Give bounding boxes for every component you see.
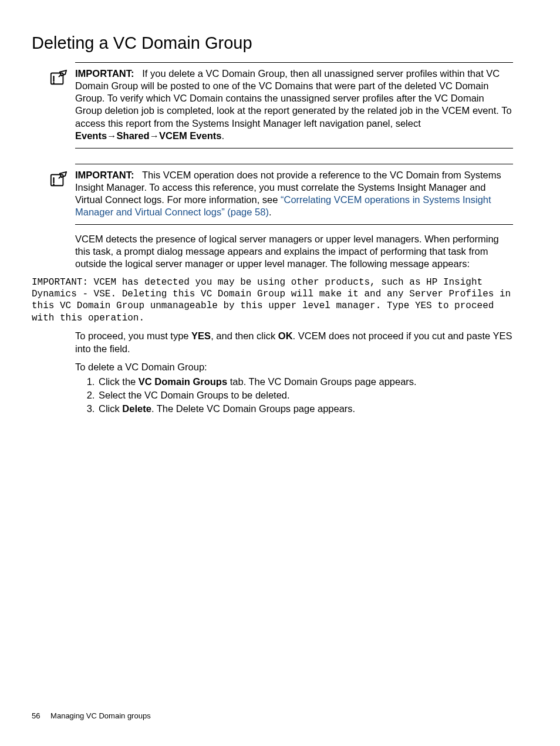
body-paragraph: To delete a VC Domain Group: xyxy=(75,361,513,373)
list-item: Select the VC Domain Groups to be delete… xyxy=(97,389,513,401)
ordered-steps: Click the VC Domain Groups tab. The VC D… xyxy=(75,376,513,415)
important-icon xyxy=(49,69,67,86)
svg-point-2 xyxy=(53,82,55,84)
list-item: Click Delete. The Delete VC Domain Group… xyxy=(97,403,513,415)
page-title: Deleting a VC Domain Group xyxy=(32,32,513,54)
breadcrumb: Events→Shared→VCEM Events xyxy=(75,130,221,141)
page-footer: 56 Managing VC Domain groups xyxy=(32,711,151,721)
important-label: IMPORTANT: xyxy=(75,68,134,79)
body-paragraph: To proceed, you must type YES, and then … xyxy=(75,330,513,355)
divider xyxy=(75,62,513,63)
important-icon xyxy=(49,170,67,188)
divider xyxy=(75,164,513,164)
svg-line-7 xyxy=(59,176,61,178)
divider xyxy=(75,148,513,148)
console-message: IMPORTANT: VCEM has detected you may be … xyxy=(32,276,513,325)
svg-line-3 xyxy=(59,75,61,77)
divider xyxy=(75,224,513,225)
body-paragraph: VCEM detects the presence of logical ser… xyxy=(75,233,513,270)
important-callout-1: IMPORTANT: If you delete a VC Domain Gro… xyxy=(49,67,513,142)
list-item: Click the VC Domain Groups tab. The VC D… xyxy=(97,376,513,388)
svg-point-6 xyxy=(53,184,55,185)
important-callout-2: IMPORTANT: This VCEM operation does not … xyxy=(49,169,513,218)
footer-section-title: Managing VC Domain groups xyxy=(50,711,151,720)
important-label: IMPORTANT: xyxy=(75,170,134,180)
page-number: 56 xyxy=(32,711,40,720)
callout-text: If you delete a VC Domain Group, then al… xyxy=(75,68,512,128)
